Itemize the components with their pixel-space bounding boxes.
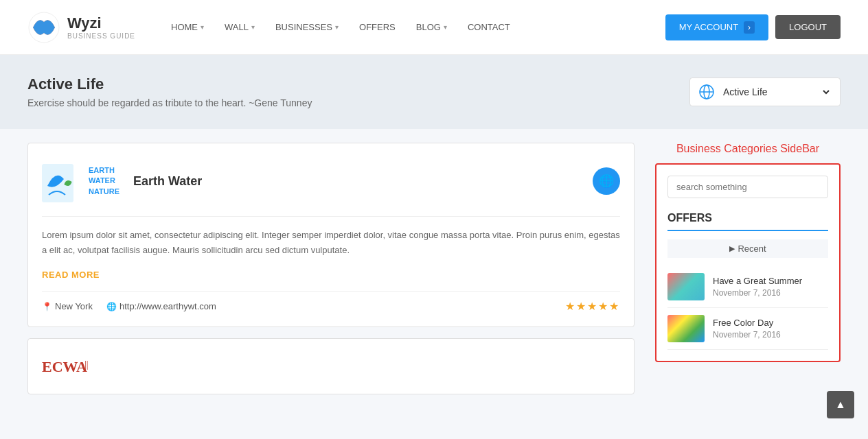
offer-info-1: Have a Great Summer November 7, 2016	[713, 276, 802, 298]
hero-subtitle: Exercise should be regarded as tribute t…	[27, 97, 312, 108]
chevron-down-icon: ▾	[201, 23, 204, 31]
logo-line3: NATURE	[89, 187, 119, 197]
offer-thumbnail-2	[667, 315, 705, 342]
hero-text: Active Life Exercise should be regarded …	[27, 75, 312, 108]
arrow-icon: ›	[744, 21, 755, 34]
business-logo-2: ECWA ||	[42, 353, 97, 380]
business-card-header: EARTH WATER NATURE Earth Water 🌐	[42, 157, 620, 217]
search-input[interactable]	[667, 176, 828, 198]
business-rating: ★★★★★	[565, 300, 620, 313]
business-logo: EARTH WATER NATURE	[42, 157, 119, 205]
chevron-down-icon: ▾	[335, 23, 339, 31]
offer-title-2: Free Color Day	[713, 318, 781, 328]
globe-icon: 🌐	[106, 302, 117, 311]
category-selector[interactable]: Active Life	[689, 78, 841, 106]
arrow-up-icon: ▲	[835, 399, 846, 411]
main-nav: HOME ▾ WALL ▾ BUSINESSES ▾ OFFERS BLOG ▾…	[163, 16, 665, 38]
my-account-button[interactable]: MY ACCOUNT ›	[665, 14, 768, 40]
header: Wyzi BUSINESS GUIDE HOME ▾ WALL ▾ BUSINE…	[0, 0, 868, 55]
recent-header: ▶ Recent	[667, 239, 828, 258]
triangle-icon: ▶	[729, 244, 735, 253]
logout-button[interactable]: LOGOUT	[775, 15, 841, 39]
hero-banner: Active Life Exercise should be regarded …	[0, 55, 868, 129]
offers-section: OFFERS ▶ Recent Have a Great Summer Nove…	[667, 212, 828, 350]
logo-icon	[27, 11, 60, 44]
globe-icon	[698, 84, 715, 100]
hero-title: Active Life	[27, 75, 312, 93]
svg-text:ECWA: ECWA	[42, 358, 87, 375]
globe-icon: 🌐	[599, 174, 614, 189]
chevron-down-icon: ▾	[251, 23, 255, 31]
business-footer: 📍 New York 🌐 http://www.earthywt.com ★★★…	[42, 291, 620, 313]
ew-logo-icon	[42, 157, 83, 205]
business-website[interactable]: 🌐 http://www.earthywt.com	[106, 301, 216, 311]
location-icon: 📍	[42, 302, 52, 311]
main-layout: EARTH WATER NATURE Earth Water 🌐 Lorem i…	[0, 129, 868, 439]
business-description: Lorem ipsum dolor sit amet, consectetur …	[42, 228, 620, 258]
chevron-down-icon: ▾	[444, 23, 447, 31]
read-more-link[interactable]: READ MORE	[42, 270, 100, 280]
logo-name: Wyzi	[67, 14, 135, 32]
sidebar-box: OFFERS ▶ Recent Have a Great Summer Nove…	[655, 163, 841, 362]
sidebar-title: Business Categories SideBar	[655, 143, 841, 155]
offers-title: OFFERS	[667, 212, 828, 231]
nav-businesses[interactable]: BUSINESSES ▾	[267, 16, 347, 38]
offer-thumbnail-1	[667, 273, 705, 300]
nav-wall[interactable]: WALL ▾	[216, 16, 263, 38]
business-globe-button[interactable]: 🌐	[593, 167, 620, 195]
business-card: EARTH WATER NATURE Earth Water 🌐 Lorem i…	[27, 143, 635, 327]
nav-home[interactable]: HOME ▾	[163, 16, 212, 38]
logo-line2: WATER	[89, 176, 119, 186]
header-actions: MY ACCOUNT › LOGOUT	[665, 14, 841, 40]
back-to-top-button[interactable]: ▲	[827, 391, 854, 418]
offer-title-1: Have a Great Summer	[713, 276, 802, 286]
category-dropdown[interactable]: Active Life	[720, 86, 832, 98]
offer-item-2[interactable]: Free Color Day November 7, 2016	[667, 308, 828, 350]
content-area: EARTH WATER NATURE Earth Water 🌐 Lorem i…	[27, 143, 635, 439]
offer-info-2: Free Color Day November 7, 2016	[713, 318, 781, 340]
offer-date-2: November 7, 2016	[713, 330, 781, 340]
sidebar: Business Categories SideBar OFFERS ▶ Rec…	[655, 143, 841, 439]
business-card-2: ECWA ||	[27, 338, 635, 394]
offer-date-1: November 7, 2016	[713, 288, 802, 298]
offer-item[interactable]: Have a Great Summer November 7, 2016	[667, 266, 828, 308]
business-meta: 📍 New York 🌐 http://www.earthywt.com	[42, 301, 216, 311]
business-name: Earth Water	[133, 174, 579, 189]
nav-contact[interactable]: CONTACT	[459, 16, 518, 38]
nav-offers[interactable]: OFFERS	[351, 16, 404, 38]
business-location: 📍 New York	[42, 301, 93, 311]
logo[interactable]: Wyzi BUSINESS GUIDE	[27, 11, 135, 44]
nav-blog[interactable]: BLOG ▾	[408, 16, 455, 38]
svg-text:||: ||	[84, 359, 89, 370]
logo-subtitle: BUSINESS GUIDE	[67, 32, 135, 40]
logo-line1: EARTH	[89, 165, 119, 176]
